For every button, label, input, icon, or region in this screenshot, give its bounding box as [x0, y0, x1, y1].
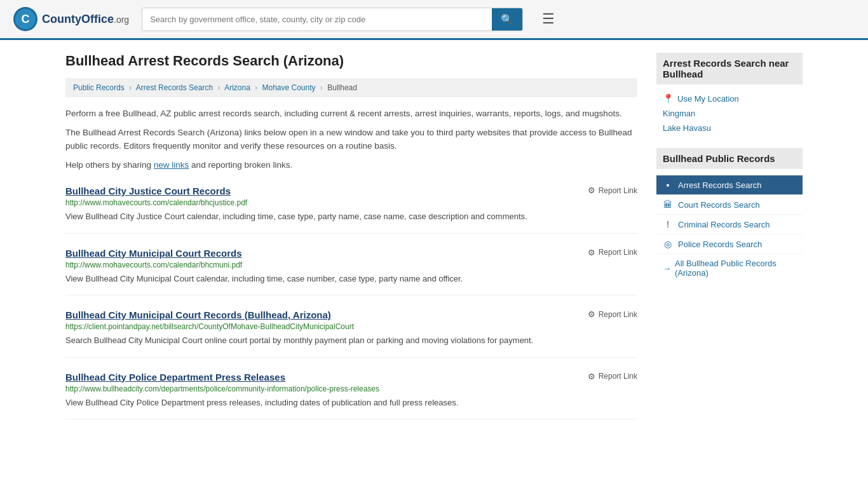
sidebar-nearby: Arrest Records Search near Bullhead 📍 Us…: [656, 53, 803, 135]
sidebar-item-police-records[interactable]: ◎ Police Records Search: [656, 234, 803, 254]
result-header: Bullhead City Municipal Court Records ⚙ …: [65, 248, 637, 259]
court-records-icon: 🏛: [663, 200, 673, 210]
wrench-icon: ⚙: [588, 186, 595, 195]
search-bar: 🔍: [142, 8, 523, 31]
breadcrumb-arizona[interactable]: Arizona: [224, 83, 250, 92]
report-link[interactable]: ⚙ Report Link: [588, 186, 637, 195]
all-records-link[interactable]: → All Bullhead Public Records (Arizona): [656, 254, 803, 282]
breadcrumb-sep4: ›: [320, 83, 323, 92]
description2: The Bullhead Arrest Records Search (Ariz…: [65, 126, 637, 152]
result-title[interactable]: Bullhead City Police Department Press Re…: [65, 372, 285, 383]
report-link[interactable]: ⚙ Report Link: [588, 309, 637, 319]
result-url: https://client.pointandpay.net/billsearc…: [65, 322, 637, 331]
breadcrumb-arrest-records[interactable]: Arrest Records Search: [136, 83, 213, 92]
result-title[interactable]: Bullhead City Municipal Court Records: [65, 248, 242, 259]
sidebar-item-criminal-records[interactable]: ! Criminal Records Search: [656, 215, 803, 234]
result-title[interactable]: Bullhead City Justice Court Records: [65, 186, 231, 196]
logo[interactable]: C CountyOffice.org: [13, 6, 129, 32]
report-link[interactable]: ⚙ Report Link: [588, 372, 637, 381]
main-container: Bullhead Arrest Records Search (Arizona)…: [53, 40, 815, 432]
sidebar-public-records: Bullhead Public Records ▪ Arrest Records…: [656, 148, 803, 282]
result-item: Bullhead City Police Department Press Re…: [65, 372, 637, 420]
wrench-icon: ⚙: [588, 372, 595, 381]
result-title[interactable]: Bullhead City Municipal Court Records (B…: [65, 309, 331, 320]
arrest-records-icon: ▪: [663, 180, 673, 190]
result-header: Bullhead City Justice Court Records ⚙ Re…: [65, 186, 637, 196]
breadcrumb-public-records[interactable]: Public Records: [73, 83, 125, 92]
nearby-city-lake-havasu[interactable]: Lake Havasu: [656, 121, 803, 135]
breadcrumb: Public Records › Arrest Records Search ›…: [65, 78, 637, 97]
result-item: Bullhead City Municipal Court Records ⚙ …: [65, 248, 637, 296]
criminal-records-icon: !: [663, 219, 673, 229]
breadcrumb-mohave[interactable]: Mohave County: [262, 83, 316, 92]
search-input[interactable]: [142, 10, 492, 29]
page-title: Bullhead Arrest Records Search (Arizona): [65, 53, 637, 69]
description3: Help others by sharing new links and rep…: [65, 159, 637, 172]
police-records-icon: ◎: [663, 239, 673, 249]
result-url: http://www.mohavecourts.com/calendar/bhc…: [65, 198, 637, 207]
logo-icon: C: [13, 6, 38, 32]
description1: Perform a free Bullhead, AZ public arres…: [65, 107, 637, 120]
breadcrumb-sep3: ›: [255, 83, 257, 92]
result-desc: View Bullhead City Justice Court calenda…: [65, 210, 637, 223]
result-desc: View Bullhead City Municipal Court calen…: [65, 273, 637, 285]
breadcrumb-bullhead: Bullhead: [327, 83, 357, 92]
arrow-icon: →: [663, 264, 671, 273]
new-links[interactable]: new links: [154, 160, 189, 170]
breadcrumb-sep2: ›: [217, 83, 220, 92]
result-header: Bullhead City Police Department Press Re…: [65, 372, 637, 383]
search-button[interactable]: 🔍: [492, 8, 522, 30]
logo-text: CountyOffice.org: [42, 13, 129, 26]
sidebar-item-arrest-records[interactable]: ▪ Arrest Records Search: [656, 175, 803, 195]
wrench-icon: ⚙: [588, 248, 595, 257]
sidebar: Arrest Records Search near Bullhead 📍 Us…: [656, 53, 803, 419]
location-icon: 📍: [663, 93, 674, 104]
use-my-location[interactable]: 📍 Use My Location: [656, 91, 803, 106]
svg-text:C: C: [22, 13, 30, 25]
content-area: Bullhead Arrest Records Search (Arizona)…: [65, 53, 637, 419]
wrench-icon: ⚙: [588, 309, 595, 319]
public-records-title: Bullhead Public Records: [656, 148, 803, 169]
menu-button[interactable]: ☰: [542, 11, 555, 27]
result-url: http://www.mohavecourts.com/calendar/bhc…: [65, 261, 637, 269]
result-item: Bullhead City Justice Court Records ⚙ Re…: [65, 186, 637, 234]
result-desc: Search Bullhead City Municipal Court onl…: [65, 334, 637, 347]
breadcrumb-sep1: ›: [129, 83, 132, 92]
result-url: http://www.bullheadcity.com/departments/…: [65, 384, 637, 393]
sidebar-item-court-records[interactable]: 🏛 Court Records Search: [656, 195, 803, 215]
report-link[interactable]: ⚙ Report Link: [588, 248, 637, 257]
results-list: Bullhead City Justice Court Records ⚙ Re…: [65, 186, 637, 419]
nearby-title: Arrest Records Search near Bullhead: [656, 53, 803, 85]
result-item: Bullhead City Municipal Court Records (B…: [65, 309, 637, 358]
result-desc: View Bullhead City Police Department pre…: [65, 396, 637, 409]
nearby-city-kingman[interactable]: Kingman: [656, 106, 803, 121]
result-header: Bullhead City Municipal Court Records (B…: [65, 309, 637, 320]
header: C CountyOffice.org 🔍 ☰: [0, 0, 868, 40]
